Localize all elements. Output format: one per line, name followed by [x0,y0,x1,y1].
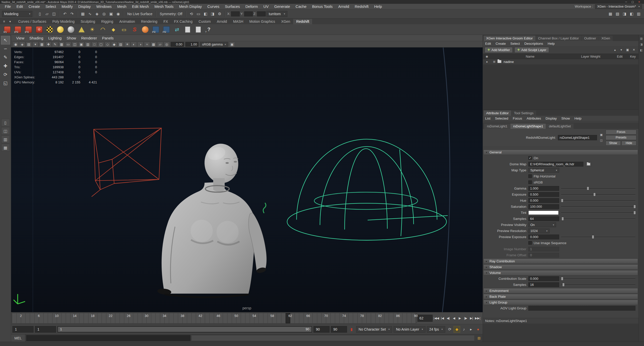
srgb-checkbox[interactable]: sRGB [528,180,635,184]
redshift-ies-light[interactable] [109,25,118,34]
snapshot-icon[interactable]: ▣ [229,42,235,47]
playback-end-field[interactable]: 90 [331,326,347,333]
redo-icon[interactable]: ↷ [69,11,75,17]
shelf-tab[interactable]: FX Caching [171,19,195,24]
screen-space-ao-icon[interactable]: ◑ [137,42,143,47]
layout-four-panes[interactable]: ▦ [1,144,10,151]
shelf-tab[interactable]: Rigging [98,19,116,24]
camera-attributes-icon[interactable]: ▤ [26,42,32,47]
redshift-material[interactable] [56,25,65,34]
xray-icon[interactable]: ▱ [157,42,163,47]
snap-to-point-icon[interactable]: ◈ [94,11,100,17]
ipr-render-icon[interactable]: ◨ [209,11,216,17]
shelf-menu-icon[interactable]: ≡ [2,18,7,25]
script-editor-icon[interactable]: ▤ [476,334,483,342]
exposure-slider[interactable] [561,192,635,197]
attribute-editor-tab-icon[interactable]: ◨ [639,42,643,46]
symmetry-label[interactable]: Symmetry: Off [158,12,184,16]
panel-menu-item[interactable]: Lighting [46,36,64,40]
layout-single-pane[interactable]: ▯ [1,119,10,126]
tint-color-swatch[interactable] [528,211,559,215]
menu-item[interactable]: Edit Mesh [129,4,152,9]
hide-button[interactable]: Hide [622,141,637,146]
isolate-select-icon[interactable]: ◎ [164,42,170,47]
menu-item[interactable]: Arnold [335,4,352,9]
redshift-environment-sphere[interactable] [140,25,150,34]
scale-tool[interactable]: ◱ [1,79,10,87]
groom-move-down-icon[interactable]: ▾ [618,47,624,53]
hue-slider[interactable] [561,198,635,203]
redshift-portal-light[interactable] [119,25,129,34]
y-field[interactable] [244,11,253,16]
menu-item[interactable]: Redshift [352,4,371,9]
render-settings-icon[interactable]: ⚙ [216,11,223,17]
grid-icon[interactable]: ▦ [59,42,65,47]
ae-menu-item[interactable]: Attributes [524,117,543,120]
section-light-group[interactable]: ▾ Light Group [483,300,638,305]
current-frame-field[interactable]: 62 [417,315,433,322]
step-forward-key-button[interactable]: ▶| [468,315,474,322]
shelf-tab[interactable]: Rendering [138,19,161,24]
section-environment[interactable]: ▸ Environment [483,288,638,293]
toggle-attribute-editor-icon[interactable]: ◨ [621,11,628,17]
browse-file-button[interactable] [585,162,591,167]
shelf-tab[interactable]: Sculpting [78,19,98,24]
multisample-aa-icon[interactable]: ▩ [151,42,157,47]
menu-item[interactable]: Deform [243,4,261,9]
menu-item[interactable]: File [2,4,14,9]
redshift-ipr-options[interactable]: IPR [24,25,33,34]
layout-two-panes[interactable]: ◫ [1,127,10,135]
z-field[interactable] [257,11,266,16]
panel-menu-item[interactable]: Panels [100,36,116,40]
panel-menu-item[interactable]: Renderer [79,36,100,40]
hue-value-field[interactable]: 0.000 [528,198,559,203]
rotate-tool[interactable]: ⟳ [1,70,10,79]
preview-exposure-field[interactable]: 0.000 [528,235,559,239]
menu-item[interactable]: UV [261,4,271,9]
open-render-view-icon[interactable]: ▭ [195,11,202,17]
menu-item[interactable]: Create [26,4,43,9]
open-scene-icon[interactable]: ▱ [44,11,50,17]
exposure-field[interactable]: 0.00 [171,42,184,47]
gate-mask-icon[interactable]: ▣ [78,42,84,47]
step-back-frame-button[interactable]: ◀| [445,315,451,322]
attribute-editor-body[interactable]: ▾ General ✓ On Dome Map E:\HDRI\reading_… [483,146,638,318]
add-modifier-button[interactable]: ✚ Add Modifier [485,47,513,53]
panel-tab[interactable]: Channel Box / Layer Editor [536,36,581,41]
dome-map-field[interactable]: E:\HDRI\reading_room_4k.hdr [528,162,583,167]
tint-slider[interactable] [561,210,635,215]
menu-set-dropdown[interactable]: Modeling ▾ [2,11,32,17]
menu-item[interactable]: Cache [293,4,309,9]
safe-action-icon[interactable]: □ [91,42,97,47]
node-tab[interactable]: defaultLightSet [546,124,574,129]
groom-menu-item[interactable]: Create [493,42,508,45]
panel-tab[interactable]: XGen Interactive Groom Editor [484,36,535,41]
volume-samples-field[interactable]: 16 [528,282,559,287]
menu-item[interactable]: Generate [271,4,293,9]
section-back-plate[interactable]: ▸ Back Plate [483,294,638,299]
play-forwards-button[interactable]: ▶ [457,315,463,322]
saturation-value-field[interactable]: 100.000 [528,204,559,209]
ae-menu-item[interactable]: Selected [493,117,511,120]
groom-delete-icon[interactable]: ✕ [631,47,637,53]
anim-layer-dropdown[interactable]: No Anim Layer ▾ [393,326,426,333]
menu-item[interactable]: Bonus Tools [309,4,335,9]
command-language-button[interactable]: MEL [11,334,25,342]
groom-duplicate-icon[interactable]: ▣ [625,47,630,53]
ae-menu-item[interactable]: Show [559,117,572,120]
shelf-tab[interactable]: Poly Modeling [49,19,78,24]
range-slider-inner[interactable]: 1 90 [58,327,311,332]
auto-key-icon[interactable]: ◆ [454,326,460,333]
menu-item[interactable]: Mesh [114,4,129,9]
snap-to-projected-center-icon[interactable]: ◎ [101,11,107,17]
animation-end-field[interactable]: 90 [313,326,330,333]
menu-item[interactable]: Select [43,4,59,9]
menu-item[interactable]: Help [371,4,385,9]
gamma-value-field[interactable]: 1.000 [528,186,559,191]
gamma-field[interactable]: 1.00 [185,42,199,47]
bookmarks-icon[interactable]: ▾ [32,42,38,47]
close-button[interactable]: ✕ [636,1,642,3]
film-gate-icon[interactable]: ▭ [65,42,71,47]
shelf-overflow-icon[interactable]: ▾ [8,18,13,25]
preview-resolution-dropdown[interactable]: 1024 ▾ [528,228,550,233]
